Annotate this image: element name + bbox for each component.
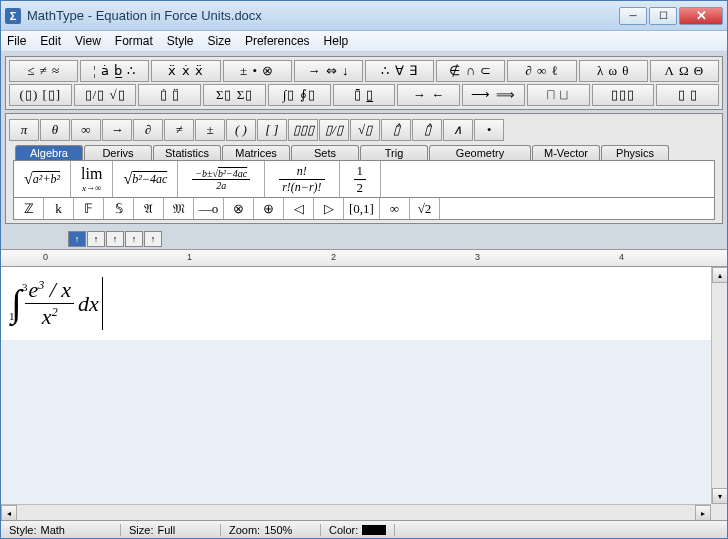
color-swatch[interactable] bbox=[362, 525, 386, 535]
tpl-fence[interactable]: (▯) [▯] bbox=[9, 84, 72, 106]
menu-style[interactable]: Style bbox=[167, 34, 194, 48]
sym-dot[interactable]: • bbox=[474, 119, 504, 141]
sb-lolli[interactable]: —o bbox=[194, 198, 224, 219]
scrollbar-horizontal[interactable]: ◂ ▸ bbox=[1, 504, 711, 520]
tpl-quad-full[interactable]: −b±√b²−4ac2a bbox=[178, 161, 265, 197]
tpl-lim[interactable]: limx→∞ bbox=[71, 161, 113, 197]
menu-preferences[interactable]: Preferences bbox=[245, 34, 310, 48]
sym-pi[interactable]: π bbox=[9, 119, 39, 141]
symbol-toolbars: ≤ ≠ ≈ ¦ ȧ b̲ ∴ ẍ ẋ ẍ ± • ⊗ → ⇔ ↓ ∴ ∀ ∃ ∉… bbox=[1, 52, 727, 229]
tpl-sum[interactable]: Σ▯ Σ▯ bbox=[203, 84, 266, 106]
integral-lower: 1 bbox=[9, 313, 15, 321]
tab-geometry[interactable]: Geometry bbox=[429, 145, 531, 160]
tab-derivs[interactable]: Derivs bbox=[84, 145, 152, 160]
tpl-overbar[interactable]: ▯̄ ▯̲ bbox=[333, 84, 396, 106]
tpl-binom[interactable]: n!r!(n−r)! bbox=[265, 161, 339, 197]
scrollbar-vertical[interactable]: ▴ ▾ bbox=[711, 267, 727, 504]
tpl-half[interactable]: 12 bbox=[340, 161, 382, 197]
sym-matrix[interactable]: ▯▯▯ bbox=[288, 119, 318, 141]
maximize-button[interactable]: ☐ bbox=[649, 7, 677, 25]
close-button[interactable]: ✕ bbox=[679, 7, 723, 25]
tab-physics[interactable]: Physics bbox=[601, 145, 669, 160]
tpl-integral[interactable]: ∫▯ ∮▯ bbox=[268, 84, 331, 106]
tpl-frac-radical[interactable]: ▯/▯ √▯ bbox=[74, 84, 137, 106]
sym-theta[interactable]: θ bbox=[40, 119, 70, 141]
align-btn-2[interactable]: ↑ bbox=[87, 231, 105, 247]
sb-s[interactable]: 𝕊 bbox=[104, 198, 134, 219]
align-btn-1[interactable]: ↑ bbox=[68, 231, 86, 247]
sb-z[interactable]: ℤ bbox=[14, 198, 44, 219]
statusbar: Style: Math Size: Full Zoom: 150% Color: bbox=[1, 520, 727, 538]
sym-arrow[interactable]: → bbox=[102, 119, 132, 141]
menu-format[interactable]: Format bbox=[115, 34, 153, 48]
sym-sqrt[interactable]: √▯ bbox=[350, 119, 380, 141]
sym-wedge[interactable]: ∧ bbox=[443, 119, 473, 141]
menu-size[interactable]: Size bbox=[208, 34, 231, 48]
palette-relational[interactable]: ≤ ≠ ≈ bbox=[9, 60, 78, 82]
sb-tril[interactable]: ◁ bbox=[284, 198, 314, 219]
integral-upper: 3 bbox=[22, 284, 28, 292]
align-btn-4[interactable]: ↑ bbox=[125, 231, 143, 247]
align-btn-5[interactable]: ↑ bbox=[144, 231, 162, 247]
equation-editor[interactable]: ∫ 3 1 e3 / x x2 dx bbox=[1, 267, 727, 340]
window-title: MathType - Equation in Force Units.docx bbox=[27, 8, 619, 23]
palette-greek-lower[interactable]: λ ω θ bbox=[579, 60, 648, 82]
tab-sets[interactable]: Sets bbox=[291, 145, 359, 160]
sb-otimes[interactable]: ⊗ bbox=[224, 198, 254, 219]
tpl-labeled-arrow[interactable]: → ← bbox=[397, 84, 460, 106]
align-row: ↑ ↑ ↑ ↑ ↑ bbox=[1, 229, 727, 249]
palette-set[interactable]: ∉ ∩ ⊂ bbox=[436, 60, 505, 82]
sb-k[interactable]: k bbox=[44, 198, 74, 219]
tpl-long-arrow[interactable]: ⟶ ⟹ bbox=[462, 84, 525, 106]
sb-m[interactable]: 𝔐 bbox=[164, 198, 194, 219]
menu-edit[interactable]: Edit bbox=[40, 34, 61, 48]
sb-interval[interactable]: [0,1] bbox=[344, 198, 380, 219]
tpl-sqrt-ab[interactable]: √a²+b² bbox=[14, 161, 71, 197]
sym-neq[interactable]: ≠ bbox=[164, 119, 194, 141]
sb-trir[interactable]: ▷ bbox=[314, 198, 344, 219]
sym-infty[interactable]: ∞ bbox=[71, 119, 101, 141]
tab-matrices[interactable]: Matrices bbox=[222, 145, 290, 160]
palette-greek-upper[interactable]: Λ Ω Θ bbox=[650, 60, 719, 82]
palette-logical[interactable]: ∴ ∀ ∃ bbox=[365, 60, 434, 82]
minimize-button[interactable]: ─ bbox=[619, 7, 647, 25]
sym-frac[interactable]: ▯/▯ bbox=[319, 119, 349, 141]
titlebar: Σ MathType - Equation in Force Units.doc… bbox=[1, 1, 727, 31]
menubar: File Edit View Format Style Size Prefere… bbox=[1, 31, 727, 52]
sym-hat1[interactable]: ▯̂ bbox=[381, 119, 411, 141]
sb-a[interactable]: 𝔄 bbox=[134, 198, 164, 219]
tab-mvector[interactable]: M-Vector bbox=[532, 145, 600, 160]
sym-bracket[interactable]: [ ] bbox=[257, 119, 287, 141]
menu-file[interactable]: File bbox=[7, 34, 26, 48]
palette-arrows[interactable]: → ⇔ ↓ bbox=[294, 60, 363, 82]
tpl-product[interactable]: ⨅ ⨆ bbox=[527, 84, 590, 106]
status-size: Full bbox=[157, 524, 175, 536]
sb-infty[interactable]: ∞ bbox=[380, 198, 410, 219]
tab-trig[interactable]: Trig bbox=[360, 145, 428, 160]
tpl-matrix[interactable]: ▯▯▯ bbox=[592, 84, 655, 106]
sb-f[interactable]: 𝔽 bbox=[74, 198, 104, 219]
tpl-quad-sqrt[interactable]: √b²−4ac bbox=[113, 161, 178, 197]
tpl-subsup[interactable]: ▯̇ ▯̈ bbox=[138, 84, 201, 106]
tab-algebra[interactable]: Algebra bbox=[15, 145, 83, 160]
sym-partial[interactable]: ∂ bbox=[133, 119, 163, 141]
tpl-box[interactable]: ▯ ▯ bbox=[656, 84, 719, 106]
status-style: Math bbox=[41, 524, 65, 536]
sym-hat2[interactable]: ▯̂ bbox=[412, 119, 442, 141]
ruler[interactable]: 0 1 2 3 4 bbox=[1, 249, 727, 267]
palette-spaces[interactable]: ¦ ȧ b̲ ∴ bbox=[80, 60, 149, 82]
sb-sqrt2[interactable]: √2 bbox=[410, 198, 440, 219]
app-icon: Σ bbox=[5, 8, 21, 24]
palette-misc[interactable]: ∂ ∞ ℓ bbox=[507, 60, 576, 82]
palette-embellish[interactable]: ẍ ẋ ẍ bbox=[151, 60, 220, 82]
align-btn-3[interactable]: ↑ bbox=[106, 231, 124, 247]
palette-operators[interactable]: ± • ⊗ bbox=[223, 60, 292, 82]
scroll-corner bbox=[711, 504, 727, 520]
sb-oplus[interactable]: ⊕ bbox=[254, 198, 284, 219]
numerator: e3 / x bbox=[25, 277, 74, 303]
menu-view[interactable]: View bbox=[75, 34, 101, 48]
menu-help[interactable]: Help bbox=[324, 34, 349, 48]
tab-statistics[interactable]: Statistics bbox=[153, 145, 221, 160]
sym-pm[interactable]: ± bbox=[195, 119, 225, 141]
sym-paren[interactable]: ( ) bbox=[226, 119, 256, 141]
